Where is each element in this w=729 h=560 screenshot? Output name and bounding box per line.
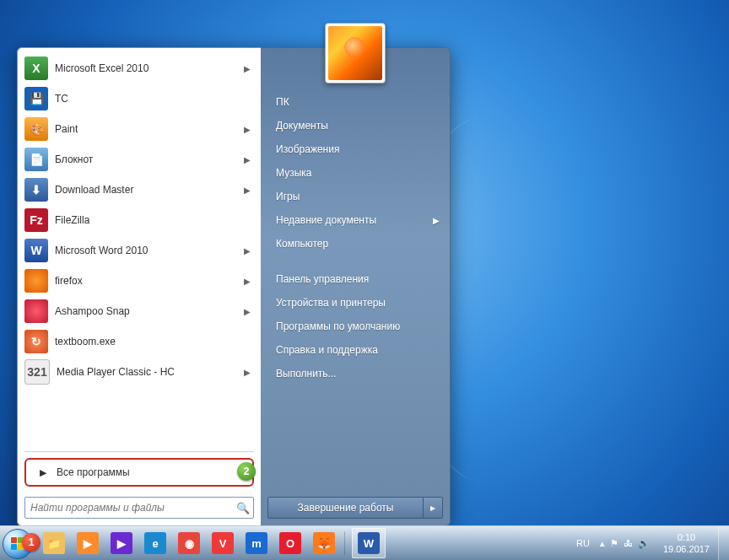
textboom-icon: ↻ <box>24 330 48 353</box>
time-label: 0:10 <box>663 531 710 543</box>
program-label: Paint <box>55 123 240 135</box>
submenu-arrow-icon: ▶ <box>240 368 254 377</box>
chrome-icon: ◉ <box>178 532 200 554</box>
network-icon[interactable]: 🖧 <box>624 538 633 548</box>
user-avatar-frame[interactable] <box>325 23 386 83</box>
system-tray: RU ▴ ⚑ 🖧 🔊 0:10 19.06.2017 <box>571 526 729 560</box>
triangle-right-icon: ▶ <box>40 467 46 478</box>
right-pane-item[interactable]: Изображения <box>261 137 450 161</box>
program-label: FileZilla <box>55 214 254 226</box>
submenu-arrow-icon: ▶ <box>433 216 440 225</box>
program-label: Ashampoo Snap <box>55 305 240 317</box>
start-menu-right-pane: ПКДокументыИзображенияМузыкаИгрыНедавние… <box>261 47 451 526</box>
shutdown-button-group: Завершение работы ▸ <box>267 497 443 519</box>
program-label: Media Player Classic - HC <box>57 366 240 378</box>
program-label: Download Master <box>55 184 240 196</box>
taskbar-separator <box>344 531 345 555</box>
program-item-dm[interactable]: ⬇Download Master▶ <box>18 175 261 205</box>
program-label: Microsoft Excel 2010 <box>55 62 240 74</box>
submenu-arrow-icon: ▶ <box>240 186 254 195</box>
program-list: XMicrosoft Excel 2010▶💾TC🎨Paint▶📄Блокнот… <box>18 48 261 449</box>
right-pane-item[interactable]: Панель управления <box>261 267 450 291</box>
taskbar-app-maxthon[interactable]: m <box>240 528 273 558</box>
program-label: Блокнот <box>55 153 240 165</box>
taskbar-app-explorer[interactable]: 📁 <box>37 528 71 558</box>
divider <box>24 451 254 452</box>
action-center-icon[interactable]: ⚑ <box>610 538 618 549</box>
firefox-icon: 🦊 <box>313 532 335 554</box>
program-item-textboom[interactable]: ↻textboom.exe <box>18 326 261 357</box>
taskbar-pinned-apps: 📁▶▶e◉VmO🦊 <box>37 526 341 560</box>
taskbar-app-wmp[interactable]: ▶ <box>71 528 105 558</box>
right-pane-item[interactable]: ПК <box>261 90 450 114</box>
opera-icon: O <box>279 532 301 554</box>
shutdown-button[interactable]: Завершение работы <box>267 497 424 519</box>
program-item-paint[interactable]: 🎨Paint▶ <box>18 114 261 144</box>
search-input[interactable] <box>29 501 236 514</box>
program-item-firefox[interactable]: firefox▶ <box>18 266 261 296</box>
taskbar-app-video[interactable]: ▶ <box>105 528 138 558</box>
search-box[interactable]: 🔍 <box>24 497 254 519</box>
program-item-word[interactable]: WMicrosoft Word 2010▶ <box>18 235 261 266</box>
right-pane-item[interactable]: Выполнить... <box>261 362 450 385</box>
submenu-arrow-icon: ▶ <box>240 155 254 164</box>
program-item-excel[interactable]: XMicrosoft Excel 2010▶ <box>18 53 261 83</box>
start-menu-left-pane: XMicrosoft Excel 2010▶💾TC🎨Paint▶📄Блокнот… <box>17 47 261 526</box>
mpc-icon: 321 <box>24 359 50 385</box>
right-pane-item[interactable]: Документы <box>261 114 450 137</box>
right-pane-item[interactable]: Недавние документы▶ <box>261 208 450 232</box>
taskbar-app-ie[interactable]: e <box>138 528 172 558</box>
user-avatar <box>328 26 382 80</box>
program-item-filezilla[interactable]: FzFileZilla <box>18 205 261 235</box>
right-pane-item[interactable]: Компьютер <box>261 232 450 256</box>
tc-icon: 💾 <box>24 87 48 110</box>
taskbar-app-chrome[interactable]: ◉ <box>172 528 206 558</box>
taskbar: 1 📁▶▶e◉VmO🦊 W RU ▴ ⚑ 🖧 🔊 0:10 19.06.2017 <box>0 525 729 560</box>
word-icon: W <box>358 532 380 554</box>
notepad-icon: 📄 <box>24 148 48 171</box>
desktop[interactable]: XMicrosoft Excel 2010▶💾TC🎨Paint▶📄Блокнот… <box>0 0 729 560</box>
paint-icon: 🎨 <box>24 117 48 141</box>
start-button[interactable]: 1 <box>0 526 34 560</box>
maxthon-icon: m <box>246 532 267 554</box>
all-programs-button[interactable]: ▶ Все программы 2 <box>24 458 254 487</box>
submenu-arrow-icon: ▶ <box>240 125 254 134</box>
taskbar-open-windows: W <box>352 526 386 560</box>
all-programs-label: Все программы <box>57 466 130 478</box>
dm-icon: ⬇ <box>24 178 48 202</box>
video-icon: ▶ <box>111 532 132 554</box>
excel-icon: X <box>24 57 48 80</box>
word-icon: W <box>24 239 48 262</box>
program-item-ashampoo[interactable]: Ashampoo Snap▶ <box>18 296 261 326</box>
right-pane-item[interactable]: Программы по умолчанию <box>261 315 450 338</box>
right-pane-item[interactable]: Игры <box>261 185 450 208</box>
submenu-arrow-icon: ▶ <box>240 307 254 316</box>
program-label: textboom.exe <box>55 336 254 347</box>
ie-icon: e <box>144 532 166 554</box>
tray-icons: ▴ ⚑ 🖧 🔊 <box>595 538 655 549</box>
taskbar-app-word[interactable]: W <box>352 528 386 558</box>
tray-chevron-icon[interactable]: ▴ <box>600 538 605 549</box>
submenu-arrow-icon: ▶ <box>240 246 254 256</box>
wmp-icon: ▶ <box>77 532 99 554</box>
program-item-tc[interactable]: 💾TC <box>18 83 261 114</box>
right-pane-item[interactable]: Справка и поддержка <box>261 338 450 362</box>
vivaldi-icon: V <box>212 532 234 554</box>
right-pane-item[interactable]: Музыка <box>261 161 450 185</box>
taskbar-app-opera[interactable]: O <box>273 528 307 558</box>
program-label: Microsoft Word 2010 <box>55 245 240 256</box>
right-pane-item[interactable]: Устройства и принтеры <box>261 291 450 315</box>
clock[interactable]: 0:10 19.06.2017 <box>655 531 718 555</box>
show-desktop-button[interactable] <box>718 526 729 560</box>
volume-icon[interactable]: 🔊 <box>638 538 650 549</box>
start-menu: XMicrosoft Excel 2010▶💾TC🎨Paint▶📄Блокнот… <box>17 47 451 526</box>
taskbar-app-firefox[interactable]: 🦊 <box>307 528 341 558</box>
shutdown-options-button[interactable]: ▸ <box>424 497 443 519</box>
program-item-notepad[interactable]: 📄Блокнот▶ <box>18 144 261 175</box>
taskbar-app-vivaldi[interactable]: V <box>206 528 240 558</box>
ashampoo-icon <box>24 299 48 323</box>
date-label: 19.06.2017 <box>663 543 710 555</box>
filezilla-icon: Fz <box>24 208 48 232</box>
program-item-mpc[interactable]: 321Media Player Classic - HC▶ <box>18 357 261 387</box>
language-indicator[interactable]: RU <box>571 538 595 548</box>
